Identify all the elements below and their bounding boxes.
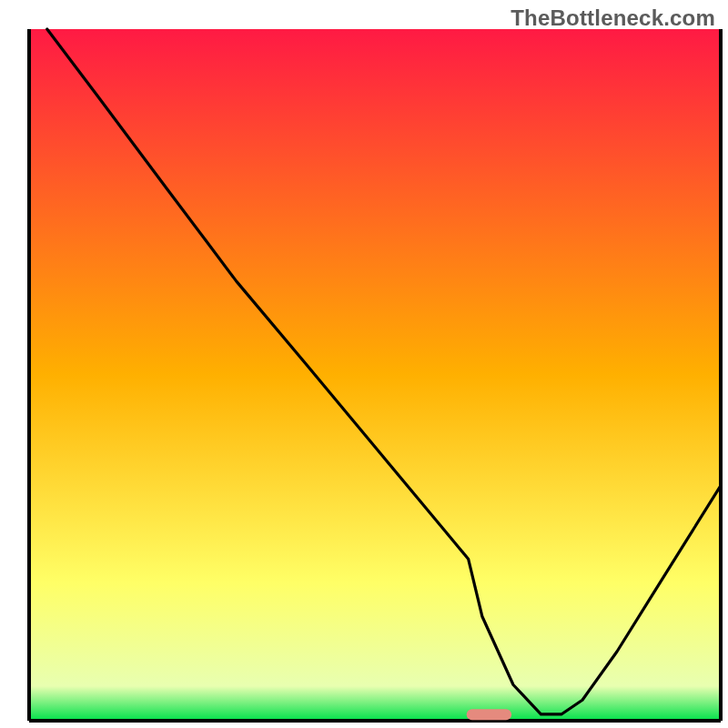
optimum-marker <box>467 709 511 720</box>
plot-background <box>29 29 721 721</box>
watermark-text: TheBottleneck.com <box>511 5 715 31</box>
chart-svg <box>0 0 728 728</box>
chart-container: TheBottleneck.com <box>0 0 728 728</box>
